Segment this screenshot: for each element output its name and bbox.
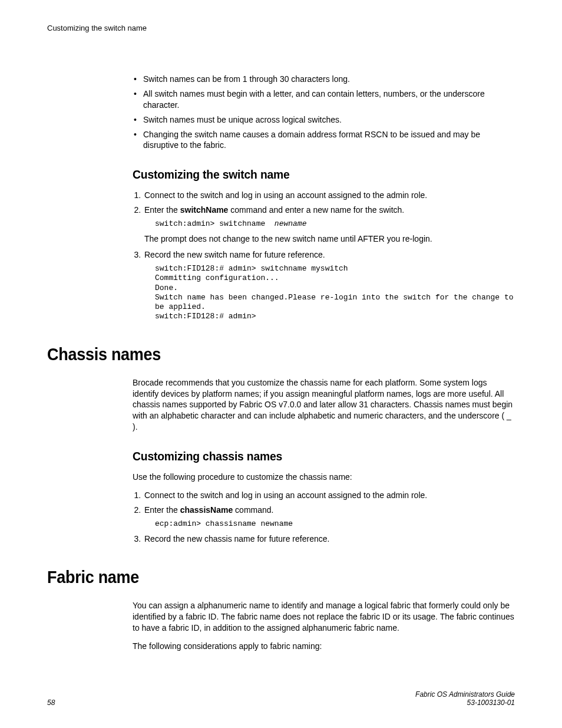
step-text: Record the new switch name for future re… [144, 250, 325, 259]
doc-title: Fabric OS Administrators Guide [415, 690, 515, 699]
step-item: Connect to the switch and log in using a… [143, 190, 515, 201]
step-item: Enter the switchName command and enter a… [143, 205, 515, 245]
heading-customizing-chassis-names: Customizing chassis names [133, 449, 484, 463]
switch-name-steps: Connect to the switch and log in using a… [133, 190, 515, 321]
code-block: switch:FID128:# admin> switchname myswit… [155, 264, 515, 322]
bullet-item: Switch names must be unique across logic… [133, 114, 515, 126]
page-number: 58 [47, 699, 55, 707]
step-item: Connect to the switch and log in using a… [143, 490, 515, 501]
heading-chassis-names: Chassis names [47, 344, 468, 364]
fabric-p2: The following considerations apply to fa… [133, 641, 515, 652]
page-footer: 58 Fabric OS Administrators Guide 53-100… [47, 690, 515, 707]
heading-customizing-switch-name: Customizing the switch name [133, 167, 484, 182]
doc-number: 53-1003130-01 [415, 699, 515, 707]
bullet-item: Changing the switch name causes a domain… [133, 129, 515, 151]
step-text: Enter the [144, 205, 180, 215]
bullet-item: All switch names must begin with a lette… [133, 88, 515, 111]
step-note: The prompt does not change to the new sw… [144, 233, 515, 245]
code-block: switch:admin> switchname newname [155, 219, 515, 229]
running-header: Customizing the switch name [47, 24, 515, 32]
step-text: Enter the [144, 505, 180, 515]
heading-fabric-name: Fabric name [47, 567, 468, 587]
bullet-item: Switch names can be from 1 through 30 ch… [133, 74, 515, 85]
step-item: Record the new chassis name for future r… [143, 533, 515, 545]
intro-bullet-list: Switch names can be from 1 through 30 ch… [133, 74, 515, 151]
command-name: chassisName [180, 505, 233, 515]
command-name: switchName [180, 205, 229, 215]
step-text: command. [233, 505, 273, 515]
chassis-intro: Brocade recommends that you customize th… [133, 377, 515, 433]
chassis-sub-intro: Use the following procedure to customize… [133, 472, 515, 483]
step-item: Record the new switch name for future re… [143, 249, 515, 321]
step-item: Enter the chassisName command. ecp:admin… [143, 505, 515, 529]
chassis-steps: Connect to the switch and log in using a… [133, 490, 515, 545]
step-text: command and enter a new name for the swi… [228, 205, 404, 215]
fabric-p1: You can assign a alphanumeric name to id… [133, 600, 515, 634]
code-block: ecp:admin> chassisname newname [155, 519, 515, 529]
